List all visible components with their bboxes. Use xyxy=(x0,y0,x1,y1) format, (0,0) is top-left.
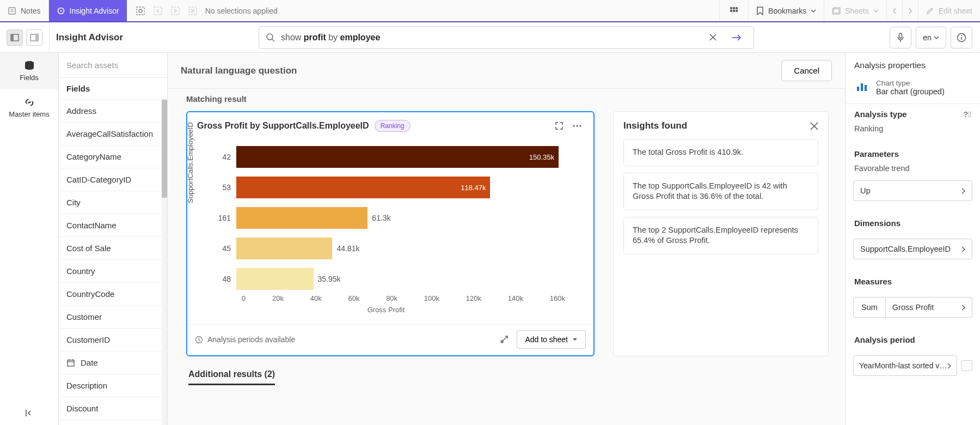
smart-search-icon[interactable] xyxy=(136,6,145,16)
notes-tab[interactable]: Notes xyxy=(0,0,49,21)
field-item[interactable]: Date xyxy=(59,351,167,374)
bar-category: 45 xyxy=(205,244,236,253)
bar-fill[interactable] xyxy=(236,268,314,290)
field-item[interactable]: AverageCallSatisfaction xyxy=(59,123,167,145)
dimension-dropdown[interactable]: SupportCalls.EmployeeID xyxy=(853,239,972,259)
field-item[interactable]: Description xyxy=(59,374,167,397)
database-icon xyxy=(23,60,35,71)
fields-scrollbar[interactable] xyxy=(162,100,167,425)
link-icon xyxy=(23,97,35,108)
svg-point-6 xyxy=(139,9,142,13)
top-toolbar: Notes Insight Advisor No selections appl… xyxy=(0,0,980,22)
measures-label: Measures xyxy=(854,277,971,286)
insight-advisor-label: Insight Advisor xyxy=(70,7,119,15)
clear-selections-icon[interactable] xyxy=(188,6,198,16)
explore-button[interactable] xyxy=(499,335,509,344)
bookmarks-dropdown[interactable]: Bookmarks xyxy=(748,0,824,21)
field-item[interactable]: Customer xyxy=(59,306,167,329)
period-checkbox[interactable] xyxy=(961,360,972,371)
language-selector[interactable]: en xyxy=(916,27,946,48)
fullscreen-button[interactable] xyxy=(553,122,565,130)
caret-down-icon xyxy=(572,338,578,341)
grid-menu[interactable] xyxy=(719,0,748,21)
help-icon[interactable]: ?⃝ xyxy=(963,110,971,119)
field-item[interactable]: Cost of Sale xyxy=(59,237,167,260)
step-forward-icon[interactable] xyxy=(170,6,180,16)
bar-fill[interactable]: 118.47k xyxy=(236,177,490,198)
analysis-properties-panel: Analysis properties Chart type Bar chart… xyxy=(845,53,980,425)
edit-sheet-label: Edit sheet xyxy=(939,7,972,15)
insights-close[interactable] xyxy=(810,122,818,130)
expand-icon xyxy=(555,122,563,130)
x-axis-ticks: 020k40k60k80k100k120k140k160k xyxy=(205,294,579,302)
chevron-down-icon xyxy=(934,36,939,39)
next-sheet[interactable] xyxy=(902,0,918,21)
analysis-period-dropdown[interactable]: YearMonth-last sorted v… xyxy=(853,355,957,376)
bar-fill[interactable] xyxy=(236,238,332,259)
barchart-icon xyxy=(854,79,869,94)
sheets-dropdown[interactable]: Sheets xyxy=(824,0,886,21)
bar-fill[interactable]: 150.35k xyxy=(236,146,559,168)
notes-label: Notes xyxy=(21,7,41,15)
voice-input[interactable] xyxy=(890,27,911,48)
chart-more-menu[interactable] xyxy=(571,125,584,127)
bar-category: 48 xyxy=(205,275,236,283)
svg-point-32 xyxy=(961,35,962,36)
additional-results[interactable]: Additional results (2) xyxy=(168,361,845,394)
insight-advisor-tab[interactable]: Insight Advisor xyxy=(49,0,127,21)
field-item[interactable]: CustomerID xyxy=(59,329,167,351)
svg-rect-21 xyxy=(11,34,14,41)
chevron-left-icon xyxy=(892,8,897,14)
step-back-icon[interactable] xyxy=(153,6,163,16)
analysis-type-value: Ranking xyxy=(854,122,971,133)
svg-rect-17 xyxy=(736,10,738,12)
svg-line-35 xyxy=(28,102,31,103)
insights-title: Insights found xyxy=(623,120,687,131)
toggle-left-panel[interactable] xyxy=(7,29,23,46)
bar-fill[interactable] xyxy=(236,207,367,229)
field-item[interactable]: CountryCode xyxy=(59,283,167,306)
bar-value: 44.81k xyxy=(336,244,359,253)
rail-master-items[interactable]: Master items xyxy=(0,89,58,126)
fields-search[interactable]: Search assets xyxy=(59,53,167,78)
selection-tools: No selections applied xyxy=(127,0,286,21)
rail-fields[interactable]: Fields xyxy=(0,53,58,89)
insight-item: The top 2 SupportCalls.EmployeeID repres… xyxy=(623,217,818,254)
svg-point-43 xyxy=(579,125,581,126)
field-item[interactable]: Discount xyxy=(59,397,167,420)
info-button[interactable] xyxy=(951,27,972,48)
svg-rect-23 xyxy=(35,34,38,41)
prev-sheet[interactable] xyxy=(886,0,902,21)
favorable-trend-dropdown[interactable]: Up xyxy=(853,180,972,201)
analysis-periods-text: Analysis periods available xyxy=(207,335,295,344)
field-item[interactable]: City xyxy=(59,191,167,214)
svg-rect-7 xyxy=(154,7,162,15)
svg-rect-0 xyxy=(9,8,15,14)
second-bar: Insight Advisor show profit by employee … xyxy=(0,22,980,53)
submit-search[interactable] xyxy=(726,27,747,48)
add-to-sheet-button[interactable]: Add to sheet xyxy=(517,330,586,349)
bar-row: 53118.47k xyxy=(205,172,579,203)
field-item[interactable]: Country xyxy=(59,260,167,283)
cancel-button[interactable]: Cancel xyxy=(781,60,832,81)
field-item[interactable]: ContactName xyxy=(59,214,167,237)
rail-collapse[interactable] xyxy=(17,401,41,425)
no-selections-text: No selections applied xyxy=(205,7,278,15)
chart-body[interactable]: SupportCalls.EmployeeID 42150.35k53118.4… xyxy=(187,136,593,324)
toggle-right-panel[interactable] xyxy=(26,29,42,46)
edit-sheet-button[interactable]: Edit sheet xyxy=(918,0,980,21)
microphone-icon xyxy=(897,33,904,42)
bar-category: 161 xyxy=(205,214,236,222)
field-item[interactable]: CatID-CategoryID xyxy=(59,168,167,191)
aggregation-selector[interactable]: Sum xyxy=(853,297,886,318)
pencil-icon xyxy=(926,7,934,15)
field-item[interactable]: Address xyxy=(59,100,167,123)
bar-category: 42 xyxy=(205,153,236,161)
chart-card: Gross Profit by SupportCalls.EmployeeID … xyxy=(186,111,595,356)
svg-rect-14 xyxy=(736,7,738,9)
search-input[interactable]: show profit by employee xyxy=(259,26,754,49)
measure-dropdown[interactable]: Gross Profit xyxy=(886,297,972,318)
explore-icon xyxy=(499,335,509,344)
clear-search[interactable] xyxy=(702,27,723,48)
field-item[interactable]: CategoryName xyxy=(59,145,167,168)
